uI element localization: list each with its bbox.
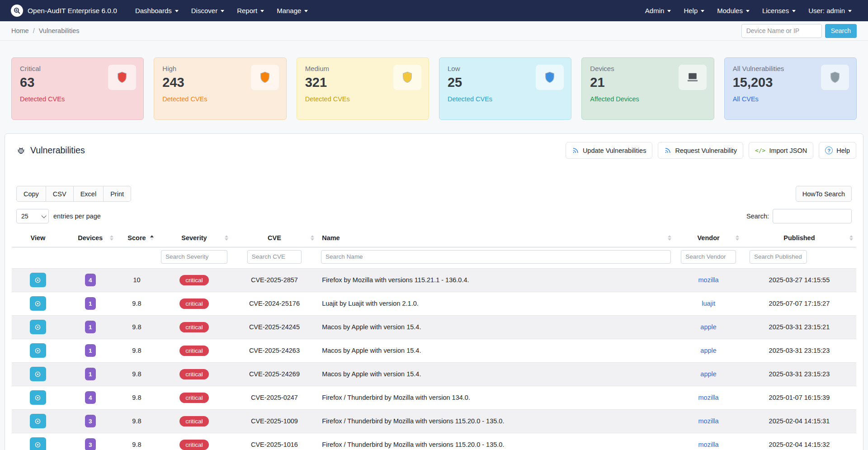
export-button[interactable]: Copy: [16, 186, 46, 202]
cve-cell: CVE-2025-24269: [231, 362, 318, 386]
navbar-menu-item[interactable]: Licenses: [757, 3, 801, 18]
column-header[interactable]: Severity: [157, 229, 231, 247]
stat-card[interactable]: Critical 63 Detected CVEs: [11, 57, 144, 120]
panel-action-button[interactable]: ? Help: [819, 142, 856, 159]
stat-card[interactable]: Low 25 Detected CVEs: [439, 57, 571, 120]
cve-cell: CVE-2024-25176: [231, 292, 318, 315]
devices-count-badge[interactable]: 1: [85, 321, 96, 333]
navbar-menu-item[interactable]: Modules: [712, 3, 755, 18]
navbar-menu-item[interactable]: Manage: [271, 3, 313, 18]
view-button[interactable]: [30, 296, 46, 311]
stat-card[interactable]: Medium 321 Detected CVEs: [297, 57, 429, 120]
entries-per-page-label: entries per page: [53, 213, 101, 220]
cve-filter-input[interactable]: [247, 250, 302, 264]
sort-icon[interactable]: [225, 235, 228, 241]
score-cell: 9.8: [117, 362, 157, 386]
column-header-label: Severity: [181, 234, 207, 242]
shield-icon: [401, 70, 414, 85]
eye-icon: [34, 300, 42, 308]
vendor-link[interactable]: apple: [700, 347, 716, 354]
export-button[interactable]: CSV: [46, 186, 74, 202]
column-header[interactable]: CVE: [231, 229, 318, 247]
vendor-link[interactable]: mozilla: [698, 394, 719, 401]
navbar-menu-item[interactable]: Admin: [640, 3, 677, 18]
question-icon: ?: [825, 147, 833, 154]
navbar-menu-item[interactable]: User: admin: [803, 3, 857, 18]
column-header[interactable]: View: [12, 229, 64, 247]
published-filter-input[interactable]: [750, 250, 807, 264]
devices-count-badge[interactable]: 1: [85, 368, 96, 380]
navbar-menu-label: Manage: [277, 7, 301, 14]
stat-card[interactable]: All Vulnerabilities 15,203 All CVEs: [724, 57, 857, 120]
vulnerabilities-table: View Devices Score Severity CVE Name Ven…: [12, 229, 856, 450]
sort-icon[interactable]: [311, 235, 314, 241]
view-button[interactable]: [30, 437, 46, 450]
stat-card[interactable]: High 243 Detected CVEs: [154, 57, 286, 120]
devices-count-badge[interactable]: 1: [85, 297, 96, 310]
navbar-menu-item[interactable]: Discover: [186, 3, 230, 18]
device-search-input[interactable]: [741, 24, 822, 38]
export-button[interactable]: Print: [104, 186, 131, 202]
breadcrumb-bar: Home / Vulnerabilities Search: [0, 21, 868, 41]
panel-header: Vulnerabilities Update Vulnerabilities R…: [12, 142, 856, 159]
vendor-link[interactable]: mozilla: [698, 441, 719, 448]
score-cell: 10: [117, 268, 157, 292]
navbar-menu-item[interactable]: Report: [231, 3, 269, 18]
sort-icon[interactable]: [110, 235, 113, 241]
panel-action-button[interactable]: Update Vulnerabilities: [566, 142, 653, 159]
export-button[interactable]: Excel: [74, 186, 104, 202]
published-cell: 2025-02-04 14:15:31: [742, 409, 856, 433]
published-cell: 2025-03-31 23:15:23: [742, 362, 856, 386]
panel-action-button[interactable]: </> Import JSON: [749, 142, 813, 159]
severity-badge: critical: [179, 346, 208, 356]
eye-icon: [34, 323, 42, 331]
stat-card-footer: Detected CVEs: [20, 95, 135, 103]
name-cell: Firefox / Thunderbird by Mozilla with ve…: [317, 386, 675, 409]
sort-icon[interactable]: [849, 235, 853, 241]
sort-icon[interactable]: [736, 235, 739, 241]
vendor-link[interactable]: mozilla: [698, 276, 719, 284]
breadcrumb-home-link[interactable]: Home: [11, 27, 29, 34]
sort-icon[interactable]: [150, 235, 154, 241]
shield-icon: [258, 70, 272, 85]
column-header[interactable]: Devices: [64, 229, 117, 247]
view-button[interactable]: [30, 367, 46, 381]
column-header[interactable]: Score: [117, 229, 157, 247]
vendor-link[interactable]: luajit: [702, 300, 715, 307]
navbar-menu-item[interactable]: Dashboards: [130, 3, 184, 18]
howto-search-button[interactable]: HowTo Search: [796, 186, 852, 202]
vendor-link[interactable]: mozilla: [698, 417, 719, 425]
devices-count-badge[interactable]: 3: [85, 438, 96, 450]
eye-icon: [34, 441, 42, 449]
stat-card[interactable]: Devices 21 Affected Devices: [581, 57, 714, 120]
app-brand[interactable]: Open-AudIT Enterprise 6.0.0: [11, 5, 117, 17]
view-button[interactable]: [30, 320, 46, 334]
sort-icon[interactable]: [668, 235, 671, 241]
column-header[interactable]: Vendor: [675, 229, 742, 247]
score-cell: 9.8: [117, 409, 157, 433]
severity-filter-input[interactable]: [161, 250, 227, 264]
devices-count-badge[interactable]: 3: [85, 415, 96, 427]
filter-empty-devices: [64, 247, 117, 268]
devices-count-badge[interactable]: 1: [85, 344, 96, 357]
vendor-filter-input[interactable]: [681, 250, 736, 264]
devices-count-badge[interactable]: 4: [85, 274, 96, 286]
device-search-button[interactable]: Search: [825, 24, 857, 38]
view-button[interactable]: [30, 343, 46, 358]
view-button[interactable]: [30, 390, 46, 405]
devices-count-badge[interactable]: 4: [85, 391, 96, 404]
view-button[interactable]: [30, 414, 46, 428]
name-filter-input[interactable]: [321, 250, 671, 264]
table-search-input[interactable]: [773, 209, 852, 223]
published-cell: 2025-02-04 14:15:32: [742, 433, 856, 450]
panel-action-button[interactable]: Request Vulnerability: [658, 142, 743, 159]
column-header[interactable]: Name: [317, 229, 675, 247]
navbar-menu-item[interactable]: Help: [678, 3, 710, 18]
chevron-down-icon: [792, 10, 796, 12]
panel-actions: Update Vulnerabilities Request Vulnerabi…: [566, 142, 856, 159]
vendor-link[interactable]: apple: [700, 323, 716, 331]
vendor-link[interactable]: apple: [700, 370, 716, 378]
column-header[interactable]: Published: [742, 229, 856, 247]
view-button[interactable]: [30, 273, 46, 287]
entries-per-page-select[interactable]: 25: [16, 209, 49, 223]
